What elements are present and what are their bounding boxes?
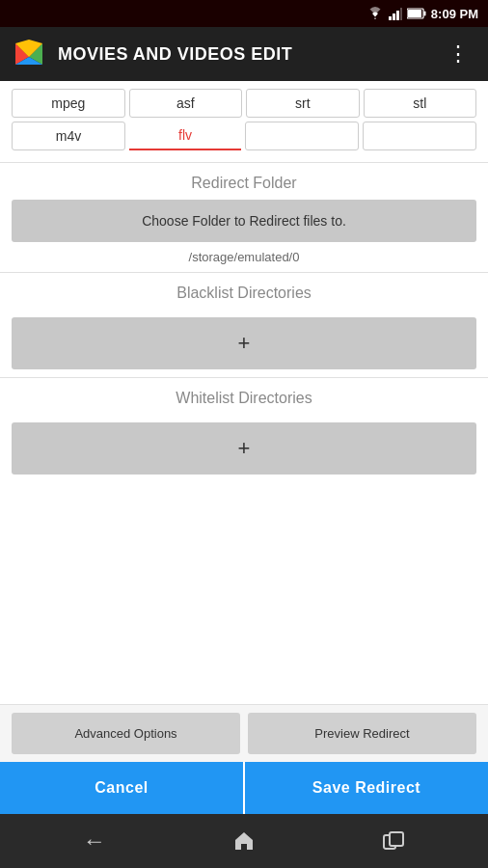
status-bar: 8:09 PM xyxy=(0,0,488,27)
file-types-row-2: m4v flv xyxy=(12,122,476,150)
choose-folder-button[interactable]: Choose Folder to Redirect files to. xyxy=(12,200,476,242)
file-types-row-1: mpeg asf srt stl xyxy=(12,89,476,118)
wifi-icon xyxy=(366,7,384,20)
whitelist-add-button[interactable]: + xyxy=(12,422,476,475)
blacklist-add-button[interactable]: + xyxy=(12,317,476,369)
file-types-section: mpeg asf srt stl m4v flv xyxy=(0,81,488,163)
status-icons: 8:09 PM xyxy=(366,7,478,21)
cancel-button[interactable]: Cancel xyxy=(0,762,243,814)
overflow-menu-icon[interactable]: ⋮ xyxy=(440,38,476,70)
svg-rect-6 xyxy=(408,10,421,17)
svg-rect-5 xyxy=(423,12,425,16)
filetype-mpeg[interactable]: mpeg xyxy=(12,89,125,118)
svg-rect-2 xyxy=(396,11,399,20)
whitelist-title: Whitelist Directories xyxy=(0,378,488,415)
svg-rect-0 xyxy=(389,16,392,20)
filetype-stl[interactable]: stl xyxy=(364,89,477,118)
back-nav-icon[interactable]: ← xyxy=(83,827,106,854)
filetype-empty-1[interactable] xyxy=(245,122,359,150)
svg-rect-3 xyxy=(400,8,402,20)
home-nav-icon[interactable] xyxy=(232,829,256,853)
redirect-folder-section: Redirect Folder Choose Folder to Redirec… xyxy=(0,163,488,272)
nav-bar: ← xyxy=(0,814,488,868)
whitelist-section: Whitelist Directories + xyxy=(0,378,488,482)
filetype-m4v[interactable]: m4v xyxy=(12,122,125,150)
save-redirect-button[interactable]: Save Redirect xyxy=(245,762,488,814)
filetype-srt[interactable]: srt xyxy=(246,89,360,118)
action-buttons-row: Advanced Options Preview Redirect xyxy=(0,704,488,762)
svg-rect-1 xyxy=(393,14,395,20)
app-icon xyxy=(12,37,46,71)
app-bar: MOVIES AND VIDEOS EDIT ⋮ xyxy=(0,27,488,81)
svg-marker-12 xyxy=(235,832,253,850)
storage-path: /storage/emulated/0 xyxy=(0,242,488,272)
bottom-buttons-row: Cancel Save Redirect xyxy=(0,762,488,814)
filetype-flv[interactable]: flv xyxy=(129,122,241,150)
preview-redirect-button[interactable]: Preview Redirect xyxy=(248,713,476,754)
advanced-options-button[interactable]: Advanced Options xyxy=(12,713,240,754)
filetype-asf[interactable]: asf xyxy=(129,89,243,118)
main-content: mpeg asf srt stl m4v flv Redirect Folder… xyxy=(0,81,488,814)
status-time: 8:09 PM xyxy=(431,7,478,21)
svg-rect-14 xyxy=(390,832,403,846)
blacklist-title: Blacklist Directories xyxy=(0,273,488,310)
filetype-empty-2[interactable] xyxy=(363,122,476,150)
recents-nav-icon[interactable] xyxy=(382,831,405,851)
blacklist-section: Blacklist Directories + xyxy=(0,273,488,377)
signal-icon xyxy=(389,7,402,20)
battery-icon xyxy=(407,8,426,19)
redirect-folder-title: Redirect Folder xyxy=(0,163,488,200)
app-title: MOVIES AND VIDEOS EDIT xyxy=(58,44,428,65)
